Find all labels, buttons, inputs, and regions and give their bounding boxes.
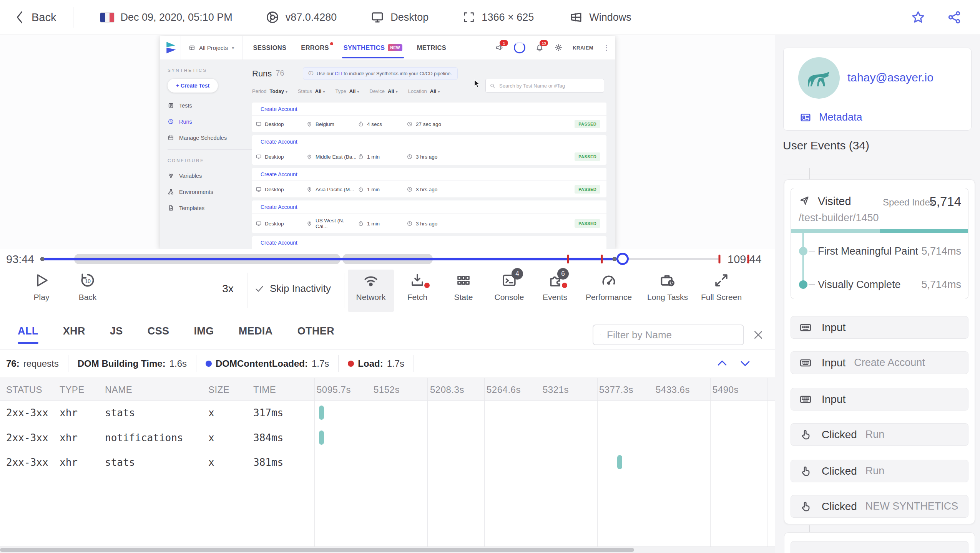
projects-icon [189, 45, 195, 51]
share-icon[interactable] [947, 10, 962, 25]
network-request-row[interactable]: 2xx-3xx xhr stats x 368ms [0, 475, 775, 476]
mouse-cursor-icon [472, 79, 481, 89]
close-panel-icon[interactable] [752, 329, 764, 341]
filter-by-name-input[interactable] [606, 329, 736, 341]
user-event-row[interactable]: Clicked Run [791, 423, 968, 446]
chrome-icon [266, 10, 279, 24]
console-panel-button[interactable]: 4 Console [486, 272, 532, 302]
timeline-progress [42, 258, 623, 260]
metadata-button[interactable]: Metadata [799, 111, 862, 123]
back-10s-button[interactable]: 10 Back [65, 272, 111, 302]
app-nav-icons: 1 13 KRAIEM ⋮ [495, 42, 615, 53]
timeline-track[interactable] [42, 249, 719, 269]
network-request-row[interactable]: 2xx-3xx xhr stats x 317ms [0, 400, 775, 425]
event-type-label: Input [822, 357, 845, 369]
sidebar-item-environments: Environments [168, 189, 260, 195]
chevron-up-icon[interactable] [716, 357, 729, 370]
user-event-row[interactable]: Input [791, 388, 968, 411]
event-type-label: Clicked [822, 465, 857, 477]
performance-panel-button[interactable]: Performance [582, 272, 636, 302]
playback-timeline: 93:44 109:44 [0, 249, 775, 269]
network-stat: DOM Building Time:1.6s [78, 355, 196, 372]
state-panel-button[interactable]: State [440, 272, 487, 302]
request-name: stats [105, 407, 135, 419]
filter-dropdown: DeviceAll▾ [369, 88, 397, 94]
column-header: TIME [253, 384, 276, 395]
network-request-row[interactable]: 2xx-3xx xhr notifications x 384ms [0, 425, 775, 450]
app-tab: SESSIONS [253, 36, 287, 60]
run-card-title: Create Account [252, 103, 606, 116]
keyboard-icon [799, 321, 812, 334]
red-dot-badge [562, 283, 567, 288]
request-time: 381ms [253, 457, 283, 468]
sidebar-item-templates: Templates [168, 205, 260, 211]
location-pin-icon [306, 186, 312, 192]
network-request-row[interactable]: 2xx-3xx xhr stats x 381ms [0, 450, 775, 475]
chevron-left-icon [15, 11, 25, 24]
events-panel-button[interactable]: 6 Events [532, 272, 578, 302]
column-header: STATUS [6, 384, 42, 395]
divider [344, 273, 344, 308]
playhead-handle[interactable] [616, 253, 629, 265]
top-bar-actions [911, 10, 980, 25]
top-bar: Back Dec 09, 2020, 05:10 PM v87.0.4280 D… [0, 0, 980, 35]
chevron-down-icon[interactable] [739, 357, 752, 370]
scrollbar-thumb[interactable] [0, 548, 634, 552]
status-badge: PASSED [575, 120, 600, 128]
create-test-button: + Create Test [168, 79, 218, 93]
replay-stage[interactable]: All Projects ▾ SESSIONS ERRORS SYNTHETIC… [0, 35, 775, 249]
visited-event-card[interactable]: Visited Speed Index 5,714 /test-builder/… [791, 188, 968, 299]
event-type-label: Clicked [822, 500, 857, 513]
network-tab[interactable]: ALL [18, 313, 38, 350]
play-button[interactable]: Play [18, 272, 65, 302]
favorite-star-icon[interactable] [911, 10, 925, 25]
cli-link: CLI [335, 71, 342, 76]
issue-marker[interactable] [747, 255, 749, 263]
run-card: Create Account Desktop Belgium [252, 103, 606, 132]
sidebar-item-schedules: Manage Schedules [168, 134, 260, 141]
issue-marker[interactable] [567, 255, 569, 263]
run-location: Middle East (Ba... [316, 154, 357, 160]
run-cards-list: Create Account Desktop Belgium [252, 103, 606, 249]
clock-icon [407, 220, 413, 227]
project-name: All Projects [199, 45, 228, 51]
stat-dot-icon [206, 361, 212, 367]
environments-icon [168, 189, 174, 195]
issue-marker[interactable] [601, 255, 603, 263]
console-count-badge: 4 [512, 268, 523, 280]
metric-dash [809, 251, 815, 252]
fetch-panel-button[interactable]: Fetch [394, 272, 440, 302]
network-tab[interactable]: JS [110, 313, 123, 350]
click-hand-icon [799, 500, 812, 513]
full-screen-icon [713, 272, 729, 288]
network-tab[interactable]: MEDIA [239, 313, 273, 350]
back-button[interactable]: Back [0, 11, 73, 24]
variables-icon [168, 172, 174, 179]
user-event-row[interactable]: Clicked Run [791, 460, 968, 482]
filter-box [593, 325, 744, 345]
network-wifi-icon [362, 272, 379, 289]
skip-inactivity-toggle[interactable]: Skip Inactivity [254, 283, 331, 295]
app-logo-icon [165, 41, 177, 54]
network-tab[interactable]: CSS [148, 313, 169, 350]
session-browser: v87.0.4280 [266, 10, 337, 24]
network-tab[interactable]: IMG [194, 313, 214, 350]
user-event-row[interactable]: Clicked NEW SYNTHETICS [791, 495, 968, 518]
long-tasks-panel-button[interactable]: Long Tasks [643, 272, 693, 302]
network-tab[interactable]: XHR [63, 313, 85, 350]
network-panel-button[interactable]: Network [348, 270, 394, 312]
user-event-row[interactable]: Input Create Account [791, 351, 968, 374]
click-hand-icon [799, 465, 812, 477]
user-event-row[interactable]: Input [791, 316, 968, 339]
network-tab[interactable]: OTHER [297, 313, 335, 350]
session-os: Windows [569, 10, 631, 24]
time-tick: 5152s [374, 384, 400, 395]
full-screen-button[interactable]: Full Screen [696, 272, 746, 302]
event-marker[interactable] [40, 257, 45, 261]
event-marker[interactable] [612, 257, 616, 261]
paint-metric-row: First Meaningful Paint 5,714ms [791, 245, 968, 258]
issue-marker[interactable] [718, 255, 720, 263]
filter-dropdown: StatusAll▾ [298, 88, 325, 94]
speed-toggle[interactable]: 3x [214, 283, 241, 295]
user-email-link[interactable]: tahay@asayer.io [847, 71, 933, 84]
